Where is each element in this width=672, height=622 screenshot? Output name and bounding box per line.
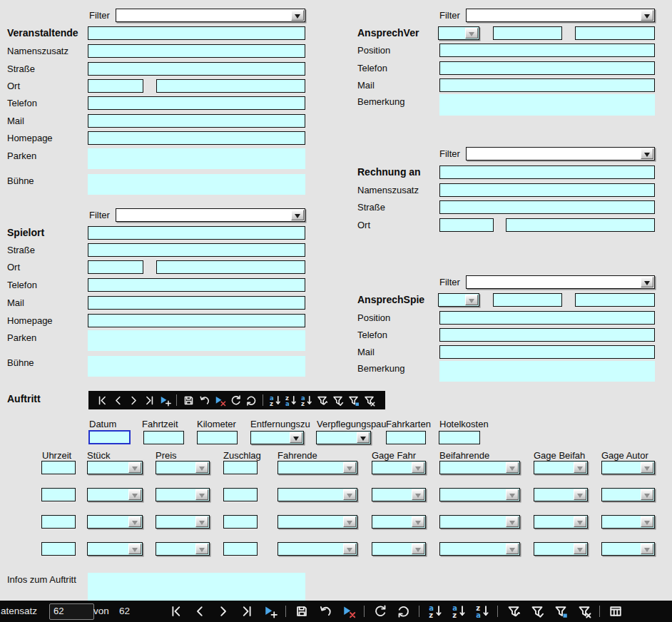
dropdown-arrow-icon[interactable] — [343, 516, 356, 527]
auftritt-row4-uhrzeit-field[interactable] — [41, 542, 76, 556]
dropdown-arrow-icon[interactable] — [128, 462, 141, 473]
auftritt-row3-gage-fahr-combobox[interactable] — [372, 515, 426, 529]
ansprechspie-position-field[interactable] — [439, 311, 655, 325]
dropdown-arrow-icon[interactable] — [128, 544, 141, 554]
ansprechver-mail-field[interactable] — [439, 78, 655, 92]
auftritt-row1-stueck-combobox[interactable] — [87, 461, 143, 474]
auftritt-row4-preis-combobox[interactable] — [156, 542, 210, 556]
auftritt-row2-gage-autor-combobox[interactable] — [601, 488, 655, 501]
dropdown-arrow-icon[interactable] — [412, 462, 424, 473]
auftritt-row1-zuschlag-field[interactable] — [223, 461, 258, 474]
dropdown-arrow-icon[interactable] — [290, 432, 302, 443]
ansprechver-filter-combobox[interactable] — [466, 9, 655, 22]
auftritt-row4-stueck-combobox[interactable] — [87, 542, 143, 556]
dropdown-arrow-icon[interactable] — [641, 544, 653, 554]
auftritt-row4-gage-fahr-combobox[interactable] — [372, 542, 426, 556]
delete-record-icon[interactable] — [337, 601, 360, 622]
spielort-parken-area[interactable] — [88, 330, 305, 351]
kilometer-field[interactable] — [197, 431, 238, 444]
datum-field[interactable] — [88, 430, 131, 444]
spielort-buehne-area[interactable] — [88, 356, 305, 377]
auftritt-row2-beifahrende-combobox[interactable] — [439, 488, 520, 501]
spielort-plz-field[interactable] — [88, 260, 143, 274]
dropdown-arrow-icon[interactable] — [291, 10, 304, 21]
ansprechspie-mail-field[interactable] — [439, 345, 655, 359]
previous-record-icon[interactable] — [188, 601, 211, 622]
reset-filter-icon[interactable] — [572, 601, 596, 622]
dropdown-arrow-icon[interactable] — [465, 28, 478, 39]
veranstaltende-parken-area[interactable] — [88, 148, 305, 169]
previous-record-icon[interactable] — [110, 392, 126, 409]
next-record-icon[interactable] — [211, 601, 235, 622]
ansprechver-bemerkung-area[interactable] — [439, 94, 655, 116]
auftritt-row4-beifahrende-combobox[interactable] — [439, 542, 520, 556]
fahrtzeit-field[interactable] — [143, 431, 184, 444]
spielort-strasse-field[interactable] — [88, 243, 305, 257]
auftritt-row3-uhrzeit-field[interactable] — [41, 515, 76, 529]
next-record-icon[interactable] — [126, 392, 141, 409]
auftritt-row1-gage-beifah-combobox[interactable] — [534, 461, 588, 474]
dropdown-arrow-icon[interactable] — [506, 544, 519, 554]
dropdown-arrow-icon[interactable] — [465, 295, 478, 305]
fahrkarten-field[interactable] — [386, 431, 426, 444]
dropdown-arrow-icon[interactable] — [128, 489, 141, 500]
undo-icon[interactable] — [313, 601, 337, 622]
auftritt-row3-stueck-combobox[interactable] — [87, 515, 143, 529]
dropdown-arrow-icon[interactable] — [195, 462, 208, 473]
auftritt-row1-gage-autor-combobox[interactable] — [601, 461, 655, 474]
spielort-ort-field[interactable] — [156, 260, 305, 274]
dropdown-arrow-icon[interactable] — [195, 516, 208, 527]
auftritt-row2-gage-fahr-combobox[interactable] — [372, 488, 426, 501]
current-record-input[interactable]: 62 — [49, 603, 94, 620]
new-record-icon[interactable] — [258, 601, 282, 622]
dropdown-arrow-icon[interactable] — [195, 544, 208, 554]
rechnungan-ort-field[interactable] — [506, 218, 655, 232]
veranstaltende-buehne-area[interactable] — [88, 174, 305, 195]
dropdown-arrow-icon[interactable] — [195, 489, 208, 500]
dropdown-arrow-icon[interactable] — [574, 462, 586, 473]
sort-descending-icon[interactable]: za — [282, 392, 298, 409]
veranstaltende-filter-combobox[interactable] — [116, 9, 305, 22]
spielort-mail-field[interactable] — [88, 296, 305, 310]
auftritt-row2-uhrzeit-field[interactable] — [41, 488, 76, 501]
ansprechspie-bemerkung-area[interactable] — [439, 361, 655, 382]
auftritt-row2-preis-combobox[interactable] — [156, 488, 210, 501]
dropdown-arrow-icon[interactable] — [574, 544, 586, 554]
infos-zum-auftritt-area[interactable] — [88, 573, 305, 601]
dropdown-arrow-icon[interactable] — [506, 462, 519, 473]
rechnungan-namenszusatz-field[interactable] — [439, 183, 655, 197]
ansprechver-anrede-combobox[interactable] — [438, 26, 479, 40]
dropdown-arrow-icon[interactable] — [128, 516, 141, 527]
first-record-icon[interactable] — [164, 601, 188, 622]
form-based-filter-icon[interactable] — [549, 601, 572, 622]
veranstaltende-namenszusatz-field[interactable] — [88, 44, 305, 58]
data-source-as-table-icon[interactable] — [604, 601, 627, 622]
ansprechspie-name-field[interactable] — [575, 293, 655, 307]
sort-ascending-icon[interactable]: az — [298, 392, 314, 409]
auftritt-row1-uhrzeit-field[interactable] — [41, 461, 76, 474]
sort-icon[interactable]: az — [267, 392, 282, 409]
auftritt-row4-zuschlag-field[interactable] — [223, 542, 258, 556]
auftritt-row3-gage-autor-combobox[interactable] — [601, 515, 655, 529]
veranstaltende-mail-field[interactable] — [88, 114, 305, 128]
dropdown-arrow-icon[interactable] — [412, 489, 424, 500]
auftritt-row1-fahrende-combobox[interactable] — [278, 461, 357, 474]
delete-record-icon[interactable] — [212, 392, 228, 409]
auftritt-row3-fahrende-combobox[interactable] — [278, 515, 357, 529]
veranstaltende-ort-field[interactable] — [156, 79, 305, 93]
dropdown-arrow-icon[interactable] — [291, 210, 304, 220]
spielort-filter-combobox[interactable] — [116, 208, 305, 222]
spielort-name-field[interactable] — [88, 226, 305, 240]
auftritt-row4-gage-beifah-combobox[interactable] — [534, 542, 588, 556]
form-based-filter-icon[interactable] — [345, 392, 361, 409]
first-record-icon[interactable] — [94, 392, 110, 409]
ansprechspie-telefon-field[interactable] — [439, 328, 655, 342]
autofilter-icon[interactable] — [502, 601, 525, 622]
apply-filter-icon[interactable] — [330, 392, 345, 409]
ansprechver-name-field[interactable] — [575, 26, 655, 40]
auftritt-row2-gage-beifah-combobox[interactable] — [534, 488, 588, 501]
dropdown-arrow-icon[interactable] — [412, 544, 424, 554]
dropdown-arrow-icon[interactable] — [343, 489, 356, 500]
last-record-icon[interactable] — [235, 601, 258, 622]
auftritt-row3-zuschlag-field[interactable] — [223, 515, 258, 529]
